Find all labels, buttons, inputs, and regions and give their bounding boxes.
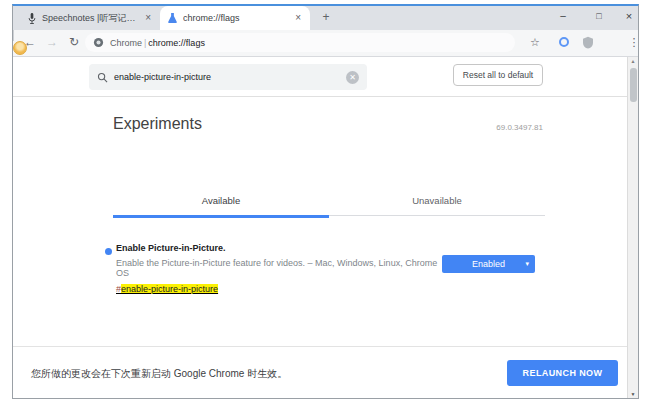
scrollbar-thumb[interactable] (630, 68, 637, 102)
url-text: Chrome|chrome://flags (110, 38, 205, 48)
experiment-value-select[interactable]: Enabled ▾ (442, 255, 535, 273)
reload-icon[interactable]: ↻ (65, 33, 83, 51)
address-bar[interactable]: Chrome|chrome://flags (85, 33, 515, 52)
url-path: chrome://flags (148, 38, 205, 48)
search-icon (97, 72, 108, 83)
select-value: Enabled (472, 259, 505, 269)
page-title: Experiments (113, 115, 202, 133)
browser-window: Speechnotes |听写记事本 × chrome://flags × + … (12, 4, 639, 399)
reset-all-button[interactable]: Reset all to default (453, 64, 543, 86)
menu-dots-icon[interactable]: ⋮ (627, 34, 641, 50)
relaunch-now-button[interactable]: RELAUNCH NOW (507, 360, 618, 386)
tab-chrome-flags[interactable]: chrome://flags × (160, 6, 310, 30)
chevron-down-icon: ▾ (525, 255, 529, 273)
microphone-icon (27, 12, 37, 25)
chrome-version: 69.0.3497.81 (433, 123, 543, 132)
window-maximize-button[interactable]: □ (588, 6, 610, 28)
tab-speechnotes[interactable]: Speechnotes |听写记事本 × (20, 6, 160, 30)
extension-ring-icon[interactable] (559, 37, 569, 47)
toolbar-separator (13, 30, 14, 41)
scroll-up-icon[interactable]: ▲ (628, 58, 638, 64)
experiment-texts: Enable Picture-in-Picture. Enable the Pi… (116, 243, 441, 296)
url-site: Chrome (110, 38, 142, 48)
bookmark-star-icon[interactable]: ☆ (527, 34, 543, 50)
tab-close-icon[interactable]: × (143, 13, 153, 23)
new-tab-button[interactable]: + (318, 10, 334, 26)
flags-page: ✕ Reset all to default Experiments 69.0.… (13, 57, 638, 398)
screenshot-background: Speechnotes |听写记事本 × chrome://flags × + … (0, 0, 651, 412)
tab-strip: Speechnotes |听写记事本 × chrome://flags × + … (13, 6, 638, 30)
experiment-permalink[interactable]: #enable-picture-in-picture (116, 284, 218, 294)
shield-extension-icon[interactable] (581, 34, 595, 50)
scroll-down-icon[interactable]: ▼ (628, 391, 638, 397)
flags-search-box[interactable]: ✕ (89, 64, 367, 90)
section-tabs: Available Unavailable (113, 195, 545, 218)
tab-label: Speechnotes |听写记事本 (42, 12, 138, 25)
browser-toolbar: ← → ↻ Chrome|chrome://flags ☆ (13, 30, 638, 57)
flag-bullet-icon (105, 248, 112, 255)
window-minimize-button[interactable]: – (552, 6, 574, 28)
restart-message: 您所做的更改会在下次重新启动 Google Chrome 时生效。 (31, 367, 287, 381)
back-icon[interactable]: ← (21, 33, 39, 51)
permalink-highlighted-text: enable-picture-in-picture (121, 284, 218, 294)
site-info-icon[interactable] (93, 37, 104, 48)
tab-unavailable[interactable]: Unavailable (329, 195, 545, 216)
flags-header: ✕ Reset all to default (13, 57, 638, 97)
experiment-description: Enable the Picture-in-Picture feature fo… (116, 258, 441, 278)
clear-search-icon[interactable]: ✕ (346, 71, 359, 84)
experiment-name: Enable Picture-in-Picture. (116, 243, 441, 253)
tab-close-icon[interactable]: × (293, 13, 303, 23)
forward-icon: → (43, 33, 61, 51)
tab-available[interactable]: Available (113, 195, 329, 218)
restart-bar: 您所做的更改会在下次重新启动 Google Chrome 时生效。 RELAUN… (13, 346, 638, 398)
search-input[interactable] (114, 72, 340, 82)
window-close-button[interactable]: × (618, 6, 640, 28)
page-scrollbar[interactable]: ▲ ▼ (627, 57, 638, 398)
tab-label: chrome://flags (183, 13, 288, 23)
flask-icon (167, 12, 178, 24)
